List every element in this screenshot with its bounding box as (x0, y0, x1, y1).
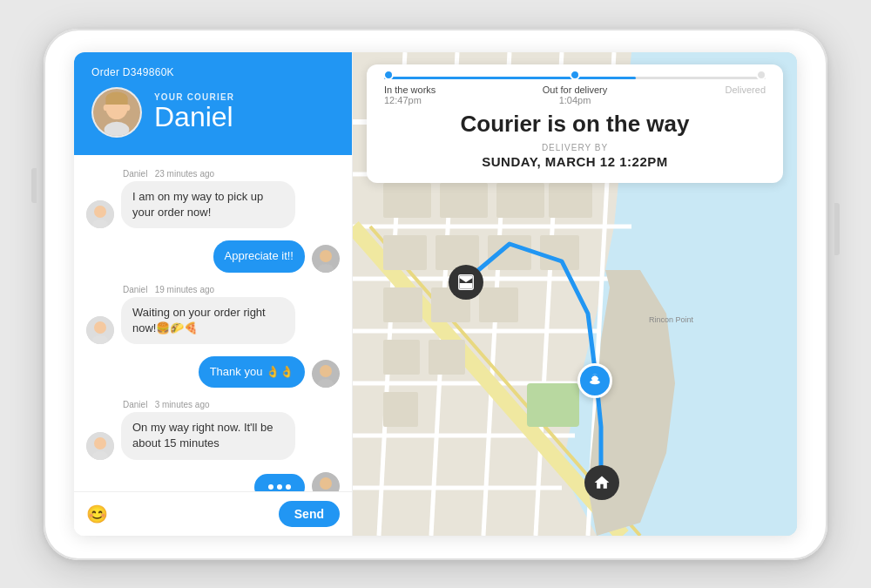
message-row-2: Daniel 19 minutes ago Waiting on your or… (86, 285, 340, 344)
svg-rect-46 (383, 183, 431, 218)
svg-rect-58 (429, 340, 465, 375)
msg-meta-2: Daniel 19 minutes ago (121, 285, 295, 294)
svg-point-8 (94, 206, 106, 218)
chat-panel: Order D349860K (74, 52, 353, 536)
courier-avatar (91, 87, 142, 138)
status-card: In the works 12:47pm Out for delivery 1:… (367, 64, 783, 183)
svg-rect-59 (383, 392, 418, 427)
home-marker (584, 465, 619, 500)
message-input[interactable] (117, 507, 270, 521)
svg-rect-50 (383, 235, 427, 270)
svg-rect-49 (549, 183, 592, 218)
step2-label: Out for delivery (511, 84, 638, 95)
main-status: Courier is on the way (384, 111, 766, 138)
step1-time: 12:47pm (384, 95, 511, 105)
emoji-button[interactable]: 😊 (86, 504, 108, 524)
svg-point-6 (125, 105, 130, 111)
svg-rect-54 (383, 287, 422, 322)
msg-avatar-typing (312, 472, 340, 492)
typing-dot-1 (268, 484, 273, 490)
svg-point-5 (104, 105, 108, 111)
courier-marker (577, 363, 612, 398)
message-row-3: Daniel 3 minutes ago On my way right now… (86, 400, 340, 459)
msg-bubble-3: On my way right now. It'll be about 15 m… (121, 412, 295, 459)
msg-content: Daniel 23 minutes ago I am on my way to … (121, 169, 295, 228)
device-frame: Order D349860K (44, 29, 827, 560)
chat-header: Order D349860K (74, 52, 352, 155)
chat-messages: Daniel 23 minutes ago I am on my way to … (74, 155, 352, 491)
svg-point-23 (320, 477, 332, 490)
msg-avatar-2 (86, 316, 114, 344)
svg-rect-52 (488, 235, 531, 270)
msg-avatar-outgoing-2 (312, 360, 340, 388)
chat-input-area: 😊 Send (74, 491, 352, 536)
msg-bubble-outgoing-2: Thank you 👌👌 (199, 356, 305, 388)
store-icon (449, 265, 483, 300)
store-marker (449, 265, 483, 300)
message-row: Daniel 23 minutes ago I am on my way to … (86, 169, 340, 228)
msg-bubble-2: Waiting on your order right now!🍔🌮🍕 (121, 297, 295, 344)
typing-row (86, 472, 340, 492)
msg-content-outgoing: Appreciate it!! (213, 240, 306, 272)
svg-point-11 (320, 250, 332, 262)
msg-content-2: Daniel 19 minutes ago Waiting on your or… (121, 285, 295, 344)
order-id: Order D349860K (91, 66, 334, 78)
courier-info: YOUR COURIER Daniel (91, 87, 334, 138)
svg-point-17 (320, 365, 332, 377)
svg-rect-56 (479, 287, 518, 322)
delivery-time: SUNDAY, MARCH 12 1:22PM (384, 154, 766, 169)
step2-time: 1:04pm (511, 95, 638, 105)
courier-icon (577, 363, 612, 398)
typing-bubble (254, 474, 305, 492)
svg-rect-47 (440, 183, 488, 218)
svg-rect-60 (527, 383, 579, 427)
svg-point-14 (94, 321, 106, 334)
svg-rect-53 (540, 235, 579, 270)
courier-name: Daniel (154, 102, 234, 132)
svg-rect-48 (496, 183, 544, 218)
msg-content-outgoing-2: Thank you 👌👌 (199, 356, 305, 388)
msg-meta: Daniel 23 minutes ago (121, 169, 295, 179)
step1-label: In the works (384, 84, 511, 95)
msg-avatar-3 (86, 432, 114, 460)
msg-content-3: Daniel 3 minutes ago On my way right now… (121, 400, 295, 459)
msg-avatar-outgoing (312, 245, 340, 273)
map-panel: Rincon Point (353, 52, 797, 536)
message-row-outgoing: Appreciate it!! (86, 240, 340, 272)
typing-dot-2 (277, 484, 282, 490)
svg-point-65 (590, 381, 600, 385)
svg-rect-3 (105, 98, 127, 105)
your-courier-label: YOUR COURIER (154, 92, 234, 102)
msg-meta-3: Daniel 3 minutes ago (121, 400, 295, 409)
typing-dot-3 (286, 484, 291, 490)
msg-avatar (86, 200, 114, 228)
svg-rect-57 (383, 340, 420, 375)
courier-text-info: YOUR COURIER Daniel (154, 92, 234, 132)
app-container: Order D349860K (74, 52, 797, 536)
svg-point-20 (94, 437, 106, 449)
home-icon (584, 465, 619, 500)
msg-bubble-outgoing: Appreciate it!! (213, 240, 306, 272)
message-row-outgoing-2: Thank you 👌👌 (86, 356, 340, 388)
delivery-by-label: DELIVERY BY (384, 143, 766, 152)
msg-bubble: I am on my way to pick up your order now… (121, 181, 295, 228)
svg-text:Rincon Point: Rincon Point (649, 315, 694, 324)
step3-label: Delivered (638, 84, 766, 95)
send-button[interactable]: Send (279, 501, 340, 527)
